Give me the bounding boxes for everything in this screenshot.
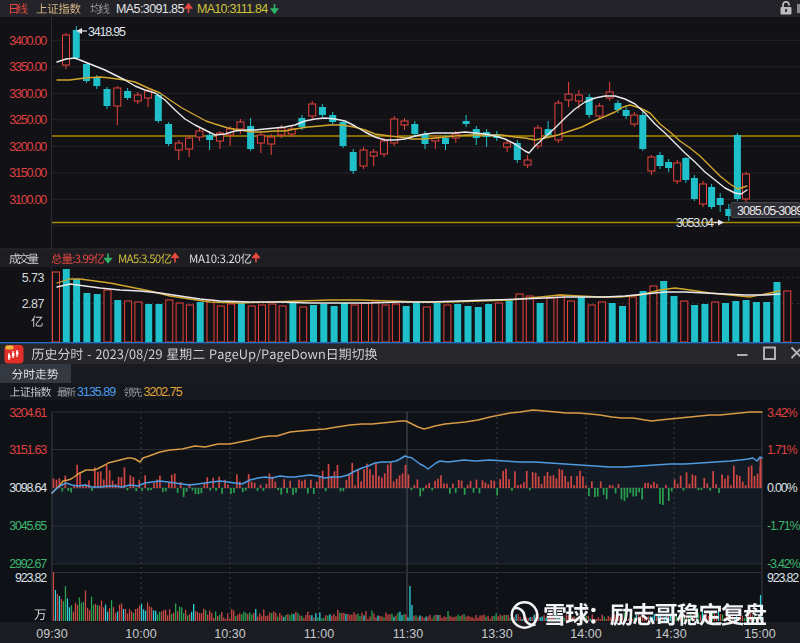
svg-text:MA5:3091.85: MA5:3091.85 xyxy=(116,2,184,16)
svg-text:3418.95: 3418.95 xyxy=(88,25,126,39)
svg-text:3300.00: 3300.00 xyxy=(9,87,47,101)
svg-text:15:00: 15:00 xyxy=(744,627,775,641)
svg-text:0.00%: 0.00% xyxy=(767,481,798,495)
svg-text:1.71%: 1.71% xyxy=(767,443,798,457)
svg-text:14:30: 14:30 xyxy=(655,627,686,641)
svg-text:3200.00: 3200.00 xyxy=(9,140,47,154)
svg-text:3250.00: 3250.00 xyxy=(9,113,47,127)
svg-text:3098.64: 3098.64 xyxy=(9,481,47,495)
svg-text:3400.00: 3400.00 xyxy=(9,34,47,48)
svg-text:-3.42%: -3.42% xyxy=(767,557,800,571)
svg-text:3100.00: 3100.00 xyxy=(9,193,47,207)
svg-text:14:00: 14:00 xyxy=(570,627,601,641)
svg-text:13:30: 13:30 xyxy=(481,627,512,641)
svg-text:923.82: 923.82 xyxy=(15,571,47,585)
svg-text:3151.63: 3151.63 xyxy=(9,443,47,457)
svg-text:2992.67: 2992.67 xyxy=(9,557,47,571)
svg-text:11:30: 11:30 xyxy=(393,627,423,641)
svg-text:923.82: 923.82 xyxy=(767,571,799,585)
svg-text:3204.61: 3204.61 xyxy=(9,406,47,420)
svg-text:11:00: 11:00 xyxy=(304,627,334,641)
svg-text:10:30: 10:30 xyxy=(214,627,245,641)
svg-text:MA10:3111.84: MA10:3111.84 xyxy=(197,2,268,16)
svg-text:10:00: 10:00 xyxy=(125,627,156,641)
svg-text:5.73: 5.73 xyxy=(22,271,45,285)
svg-text:09:30: 09:30 xyxy=(36,627,67,641)
svg-text:3150.00: 3150.00 xyxy=(9,166,47,180)
svg-text:3350.00: 3350.00 xyxy=(9,60,47,74)
svg-text:3202.75: 3202.75 xyxy=(144,385,183,399)
svg-text:3.42%: 3.42% xyxy=(767,406,798,420)
svg-text:3053.04: 3053.04 xyxy=(676,216,714,230)
svg-text:2.87: 2.87 xyxy=(22,297,45,311)
svg-text:3045.65: 3045.65 xyxy=(9,519,47,533)
svg-text:-1.71%: -1.71% xyxy=(767,519,800,533)
svg-text:3085.05-3089: 3085.05-3089 xyxy=(737,204,800,218)
svg-text:3135.89: 3135.89 xyxy=(77,385,116,399)
